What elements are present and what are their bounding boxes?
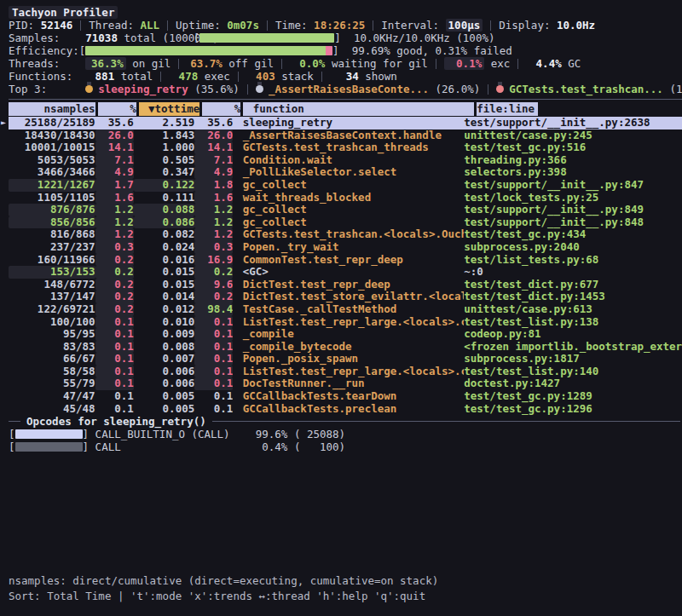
top-function-pct: (26.0%) xyxy=(436,83,481,95)
cell-function-name: GCCallbackTests.tearDown xyxy=(233,390,464,403)
table-row[interactable]: 100/1000.10.0100.1ListTest.test_repr_lar… xyxy=(9,316,682,329)
interval-value: 100μs xyxy=(446,19,483,32)
cell-nsamples: 83/83 xyxy=(9,341,95,354)
threads-label: Threads: xyxy=(9,57,85,70)
table-row[interactable]: 816/8681.20.0821.2GCTests.test_trashcan.… xyxy=(9,228,682,241)
table-row[interactable]: 95/950.10.0090.1_compilecodeop.py:81 xyxy=(9,328,682,341)
function-stat-value: 403 xyxy=(246,70,275,83)
threads-line: Threads:36.3% on gil63.7% off gil0.0% wa… xyxy=(9,57,682,70)
opcodes-section-header: Opcodes for sleeping_retry() xyxy=(9,415,682,428)
table-row[interactable]: 856/8561.20.0861.2gc_collecttest/support… xyxy=(9,216,682,229)
column-header-pct2[interactable]: % xyxy=(202,102,240,116)
cell-file-line: threading.py:366 xyxy=(464,154,682,167)
cell-nsamples: 153/153 xyxy=(9,266,95,279)
cell-percent-cumulative: 1.2 xyxy=(194,216,233,229)
table-row[interactable]: 3466/34664.90.3474.9_PollLikeSelector.se… xyxy=(9,166,682,179)
table-row[interactable]: 18430/1843026.01.84326.0_AssertRaisesBas… xyxy=(9,130,682,142)
table-header: nsamples % ▼tottime % function file:line xyxy=(9,102,682,116)
footer-help-nsamples: nsamples: direct/cumulative (direct=exec… xyxy=(9,573,682,589)
cell-tottime: 1.000 xyxy=(134,141,194,154)
divider xyxy=(373,20,373,31)
table-row[interactable]: 876/8761.20.0881.2gc_collecttest/support… xyxy=(9,204,682,216)
cell-file-line: doctest.py:1427 xyxy=(464,377,682,390)
cell-nsamples: 816/868 xyxy=(9,228,95,241)
column-header-pct1[interactable]: % xyxy=(98,102,136,116)
opcode-bar xyxy=(15,442,83,452)
cell-file-line: subprocess.py:1817 xyxy=(464,353,682,366)
function-stat-label: shown xyxy=(365,70,397,83)
table-row[interactable]: 10001/1001514.11.00014.1GCTests.test_tra… xyxy=(9,141,682,154)
cell-percent-direct: 1.2 xyxy=(95,204,134,216)
column-header-file[interactable]: file:line xyxy=(477,102,537,116)
cell-nsamples: 1221/1267 xyxy=(9,179,95,192)
pid-label: PID: xyxy=(9,19,34,32)
cell-nsamples: 1105/1105 xyxy=(9,192,95,204)
cell-tottime: 0.505 xyxy=(134,154,194,167)
top3-line: Top 3:sleeping_retry (35.6%)_AssertRaise… xyxy=(9,83,682,95)
opcode-row: [] CALL0.4% ( 100) xyxy=(9,440,682,453)
table-row[interactable]: 1221/12671.70.1221.8gc_collecttest/suppo… xyxy=(9,179,682,192)
cell-tottime: 0.016 xyxy=(134,254,194,267)
cell-file-line: subprocess.py:2040 xyxy=(464,241,682,254)
column-header-function[interactable]: function xyxy=(243,102,474,116)
cell-tottime: 0.005 xyxy=(134,390,194,403)
bracket: [ xyxy=(194,32,200,44)
cell-tottime: 0.008 xyxy=(134,341,194,354)
cell-percent-direct: 0.1 xyxy=(95,403,134,416)
top-function-name[interactable]: _AssertRaisesBaseConte... xyxy=(269,83,429,95)
thread-value[interactable]: ALL xyxy=(141,19,160,32)
cell-percent-cumulative: 16.9 xyxy=(194,254,233,267)
uptime-value: 0m07s xyxy=(227,19,259,32)
cell-percent-cumulative: 9.6 xyxy=(194,279,233,291)
table-row[interactable]: 83/830.10.0080.1_compile_bytecode<frozen… xyxy=(9,341,682,354)
cell-percent-cumulative: 1.8 xyxy=(194,179,233,192)
cell-function-name: _PollLikeSelector.select xyxy=(233,166,464,179)
top-function-name[interactable]: sleeping_retry xyxy=(98,83,188,95)
table-row[interactable]: 148/67720.20.0159.6DictTest.test_repr_de… xyxy=(9,279,682,291)
cell-percent-direct: 1.2 xyxy=(95,216,134,229)
table-row[interactable]: 237/2370.30.0240.3Popen._try_waitsubproc… xyxy=(9,241,682,254)
thread-label: Thread: xyxy=(89,19,134,32)
divider xyxy=(80,20,81,31)
divider xyxy=(178,59,179,69)
cell-percent-cumulative: 35.6 xyxy=(194,117,233,130)
table-row[interactable]: 153/1530.20.0150.2<GC>~:0 xyxy=(9,266,682,279)
table-row[interactable]: 122/697210.20.01298.4TestCase._callTestM… xyxy=(9,303,682,316)
cell-percent-cumulative: 0.1 xyxy=(194,390,233,403)
cell-file-line: unittest/case.py:245 xyxy=(464,130,682,142)
table-row[interactable]: ►25188/2518935.62.51935.6sleeping_retryt… xyxy=(9,117,682,130)
interval-label: Interval: xyxy=(381,19,439,32)
cell-nsamples: 160/11966 xyxy=(9,254,95,267)
cell-nsamples: 45/48 xyxy=(9,403,95,416)
top-function-name[interactable]: GCTests.test_trashcan... xyxy=(509,83,663,95)
table-row[interactable]: 58/580.10.0060.1ListTest.test_repr_large… xyxy=(9,366,682,378)
thread-stat-value: 0.0% xyxy=(290,57,325,70)
table-row[interactable]: 137/1470.20.0140.2DictTest.test_store_ev… xyxy=(9,291,682,303)
cell-file-line: selectors.py:398 xyxy=(464,166,682,179)
column-header-tottime[interactable]: ▼tottime xyxy=(139,102,199,116)
divider xyxy=(321,72,322,82)
cell-tottime: 0.012 xyxy=(134,303,194,316)
table-row[interactable]: 66/670.10.0070.1Popen._posix_spawnsubpro… xyxy=(9,353,682,366)
cell-percent-direct: 0.1 xyxy=(95,390,134,403)
column-header-nsamples[interactable]: nsamples xyxy=(9,102,95,116)
cell-file-line: <frozen importlib._bootstrap_externa xyxy=(464,341,682,354)
cell-percent-direct: 1.7 xyxy=(95,179,134,192)
table-row[interactable]: 5053/50537.10.5057.1Condition.waitthread… xyxy=(9,154,682,167)
table-row[interactable]: 45/480.10.0050.1GCCallbackTests.preclean… xyxy=(9,403,682,416)
profiler-window: Tachyon Profiler PID: 52146Thread: ALLUp… xyxy=(0,0,682,616)
table-body: ►25188/2518935.62.51935.6sleeping_retryt… xyxy=(9,117,682,415)
table-row[interactable]: 47/470.10.0050.1GCCallbackTests.tearDown… xyxy=(9,390,682,403)
cell-nsamples: 100/100 xyxy=(9,316,95,329)
table-row[interactable]: 1105/11051.60.1111.6wait_threads_blocked… xyxy=(9,192,682,204)
table-row[interactable]: 160/119660.20.01616.9CommonTest.test_rep… xyxy=(9,254,682,267)
cell-function-name: DocTestRunner.__run xyxy=(233,377,464,390)
display-value: 10.0Hz xyxy=(557,19,595,32)
thread-stat-label: exc xyxy=(491,57,511,70)
cell-percent-direct: 0.2 xyxy=(95,303,134,316)
table-row[interactable]: 55/790.10.0060.1DocTestRunner.__rundocte… xyxy=(9,377,682,390)
functions-line: Functions:881 total478 exec403 stack34 s… xyxy=(9,70,682,83)
divider xyxy=(490,20,491,31)
cell-nsamples: 856/856 xyxy=(9,216,95,229)
cell-nsamples: 122/69721 xyxy=(9,303,95,316)
